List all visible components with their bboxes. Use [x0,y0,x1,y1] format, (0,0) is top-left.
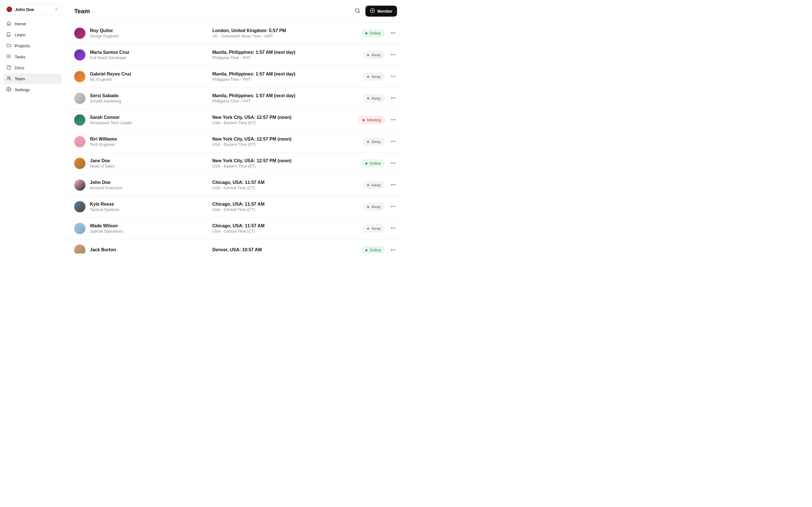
member-name: Roy Quilor [90,28,119,33]
account-switcher[interactable]: John Doe [3,4,61,15]
member-location-time: Chicago, USA: 11:57 AM [212,180,358,185]
status-badge-away: Away [363,51,385,59]
member-location-block: Chicago, USA: 11:57 AMUSA - Central Time… [212,180,358,190]
member-location-block: Manila, Philippines: 1:57 AM (next day)P… [212,50,358,60]
status-label: Meeting [367,118,381,122]
file-icon [6,65,11,71]
member-avatar [74,244,86,253]
status-dot-icon [367,184,369,186]
member-row: Maria Santos CruzFull Stack DeveloperMan… [65,44,406,66]
member-avatar [74,179,86,191]
member-name: Wade Wilson [90,223,123,228]
member-person: Roy QuilorDesign Engineer [74,27,207,39]
member-more-button[interactable] [389,94,397,103]
member-name: Kyle Reese [90,202,119,207]
member-row-actions: Away [363,137,397,146]
member-role: Special Operations [90,229,123,233]
member-avatar [74,136,86,147]
member-more-button[interactable] [389,51,397,59]
member-location-time: New York City, USA: 12:57 PM (noon) [212,136,358,142]
member-row-actions: Away [363,203,397,211]
member-location-time: Denver, USA: 10:57 AM [212,247,356,252]
member-location-block: New York City, USA: 12:57 PM (noon)USA -… [212,158,356,168]
member-row-actions: Away [363,224,397,233]
member-more-button[interactable] [389,246,397,254]
member-row-actions: Online [362,159,397,168]
member-timezone: Philippine Time - PHT [212,77,358,82]
sidebar: John Doe HomeLearnProjectsTasksDocsTeamS… [0,0,65,253]
member-more-button[interactable] [389,72,397,81]
member-role: Growth Marketing [90,99,121,103]
member-row: Jane DoeHead of SalesNew York City, USA:… [65,153,406,174]
more-horizontal-icon [390,141,396,145]
member-more-button[interactable] [389,159,397,168]
member-more-button[interactable] [389,224,397,233]
sidebar-item-projects[interactable]: Projects [3,41,61,51]
home-icon [6,21,11,27]
sidebar-item-label: Docs [15,65,24,70]
status-label: Away [371,205,381,209]
member-avatar [74,223,86,234]
member-more-button[interactable] [389,116,397,124]
member-name: Jack Burton [90,247,116,252]
member-row: Jack BurtonDenver, USA: 10:57 AMOnline [65,239,406,253]
folder-icon [6,43,11,49]
member-row: Roy QuilorDesign EngineerLondon, United … [65,22,406,44]
users-icon [6,76,11,82]
sidebar-item-tasks[interactable]: Tasks [3,52,61,62]
member-role: ML Engineer [90,77,132,82]
member-location-block: Chicago, USA: 11:57 AMUSA - Central Time… [212,223,358,233]
member-role: Tactical Systems [90,207,119,212]
member-more-button[interactable] [389,181,397,189]
status-dot-icon [367,228,369,230]
page-title: Team [74,8,350,15]
sidebar-item-settings[interactable]: Settings [3,84,61,95]
status-label: Online [370,248,381,252]
member-avatar [74,27,86,39]
member-name: John Doe [90,180,122,185]
member-row-actions: Away [363,94,397,103]
status-label: Away [371,74,381,79]
page-header: Team Member [65,0,406,22]
sidebar-item-label: Home [15,21,26,26]
status-badge-online: Online [362,159,385,167]
status-dot-icon [367,206,369,208]
status-dot-icon [365,249,367,251]
member-avatar [74,49,86,61]
member-location-time: Manila, Philippines: 1:57 AM (next day) [212,93,358,98]
status-dot-icon [365,163,367,165]
member-timezone: UK - Greenwich Mean Time - GMT [212,34,356,38]
status-badge-away: Away [363,224,385,232]
member-location-time: New York City, USA: 12:57 PM (noon) [212,115,353,120]
sidebar-item-label: Settings [15,87,30,92]
sidebar-item-docs[interactable]: Docs [3,62,61,73]
sidebar-item-label: Projects [15,43,30,48]
main: Team Member Roy QuilorDesign EngineerLon… [65,0,406,253]
member-location-time: Chicago, USA: 11:57 AM [212,223,358,228]
search-button[interactable] [353,6,362,16]
sidebar-item-learn[interactable]: Learn [3,30,61,40]
sidebar-item-home[interactable]: Home [3,18,61,29]
member-timezone: USA - Central Time (CT) [212,186,358,190]
more-horizontal-icon [390,163,396,167]
member-person: Kyle ReeseTactical Systems [74,201,207,212]
member-location-time: Manila, Philippines: 1:57 AM (next day) [212,50,358,55]
member-role: Tech Engineer [90,142,117,147]
member-role: Design Engineer [90,34,119,38]
member-timezone: USA - Eastern Time (ET) [212,121,353,125]
member-row: John DoeAccount ExecutiveChicago, USA: 1… [65,174,406,196]
add-member-button[interactable]: Member [365,6,397,17]
member-more-button[interactable] [389,203,397,211]
member-timezone: USA - Eastern Time (ET) [212,142,358,147]
member-person: Sarah ConnorResistance Tech Leader [74,114,207,126]
member-name: Riri Williams [90,136,117,142]
member-location-time: New York City, USA: 12:57 PM (noon) [212,158,356,163]
sidebar-item-team[interactable]: Team [3,73,61,84]
member-more-button[interactable] [389,137,397,146]
member-name: Gabriel Reyes Cruz [90,71,132,76]
member-more-button[interactable] [389,29,397,38]
status-badge-away: Away [363,181,385,189]
member-row: Sersi SabadoGrowth MarketingManila, Phil… [65,88,406,109]
status-badge-away: Away [363,94,385,102]
member-person: John DoeAccount Executive [74,179,207,191]
